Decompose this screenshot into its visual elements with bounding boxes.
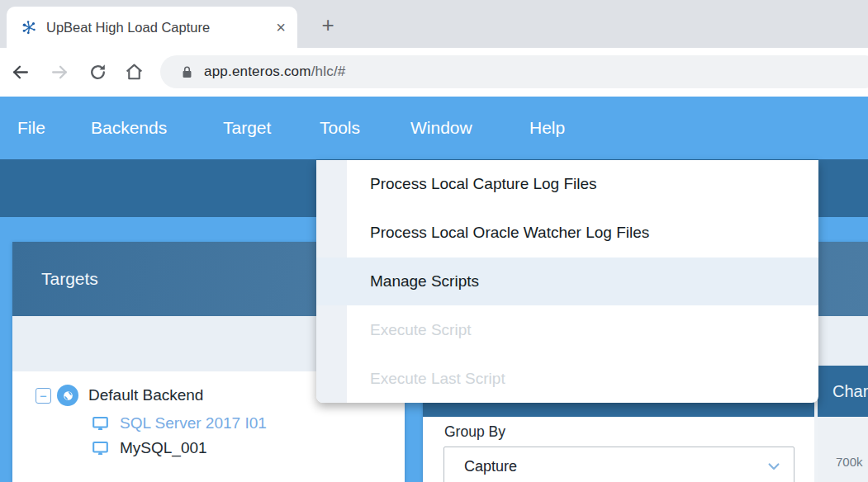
back-arrow-icon[interactable]: [10, 62, 31, 83]
menu-help[interactable]: Help: [529, 118, 565, 138]
home-icon[interactable]: [124, 62, 145, 83]
browser-tab-strip: UpBeat High Load Capture × +: [0, 0, 868, 48]
tree-row-mysql[interactable]: MySQL_001: [12, 436, 405, 461]
menu-item-execute-script: Execute Script: [316, 305, 818, 354]
url-omnibox[interactable]: app.enteros.com/hlc/#: [160, 55, 868, 88]
url-domain: app.enteros.com: [204, 64, 311, 79]
charts-subpanel: Charts 700k: [818, 366, 868, 482]
new-tab-button[interactable]: +: [315, 12, 340, 37]
group-by-value: Capture: [464, 458, 766, 475]
group-by-select[interactable]: Capture: [443, 447, 794, 482]
charts-subpanel-body: 700k: [818, 417, 868, 482]
lock-icon: [180, 65, 194, 79]
tab-close-icon[interactable]: ×: [276, 19, 286, 35]
menu-window[interactable]: Window: [410, 118, 472, 138]
tree-label-sql-server[interactable]: SQL Server 2017 I01: [120, 414, 267, 432]
reload-icon[interactable]: [88, 62, 108, 83]
upbeat-favicon-network-icon: [20, 18, 38, 36]
url-text: app.enteros.com/hlc/#: [204, 64, 345, 80]
screen: UpBeat High Load Capture × + app.enteros…: [0, 0, 868, 482]
targets-panel-title: Targets: [12, 269, 98, 289]
collapse-expander-icon[interactable]: −: [36, 388, 51, 404]
menu-target[interactable]: Target: [223, 118, 271, 138]
menu-item-process-local-capture-log-files[interactable]: Process Local Capture Log Files: [316, 160, 818, 209]
capture-subpanel-body: Group By Capture: [423, 417, 814, 482]
charts-subpanel-header: Charts: [818, 366, 868, 417]
tab-title: UpBeat High Load Capture: [46, 20, 276, 35]
tree-label-default-backend[interactable]: Default Backend: [88, 386, 203, 404]
monitor-icon: [91, 440, 110, 457]
tree-row-sql-server[interactable]: SQL Server 2017 I01: [12, 411, 405, 436]
menu-backends[interactable]: Backends: [91, 118, 167, 138]
globe-icon: [57, 385, 78, 406]
tree-label-mysql[interactable]: MySQL_001: [120, 439, 207, 457]
monitor-icon: [91, 415, 110, 432]
app-menubar: File Backends Target Tools Window Help: [0, 97, 868, 159]
menu-tools[interactable]: Tools: [320, 118, 360, 138]
group-by-label: Group By: [444, 423, 505, 441]
menu-item-execute-last-script: Execute Last Script: [316, 354, 818, 403]
menu-item-process-local-oracle-watcher-log-files[interactable]: Process Local Oracle Watcher Log Files: [316, 209, 818, 258]
chart-y-axis-label: 700k: [836, 455, 863, 469]
menu-file[interactable]: File: [17, 118, 45, 138]
url-path: /hlc/#: [311, 64, 346, 79]
charts-panel-title: Charts: [832, 382, 868, 401]
menu-item-manage-scripts[interactable]: Manage Scripts: [316, 258, 818, 306]
forward-arrow-icon: [50, 62, 70, 83]
browser-navbar: app.enteros.com/hlc/#: [0, 48, 868, 97]
chevron-down-icon: [766, 458, 782, 475]
browser-tab[interactable]: UpBeat High Load Capture ×: [7, 7, 297, 48]
tools-dropdown-menu: Process Local Capture Log Files Process …: [316, 160, 818, 403]
